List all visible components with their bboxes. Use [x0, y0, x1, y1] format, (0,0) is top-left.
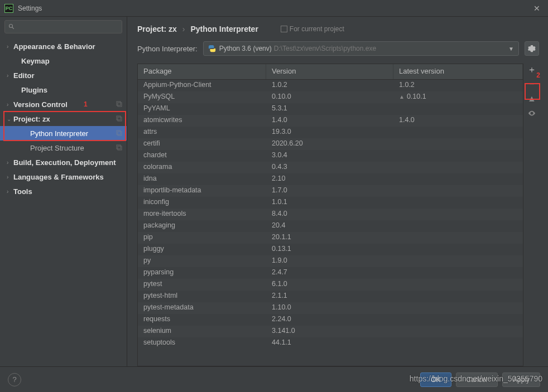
table-row[interactable]: setuptools44.1.1: [138, 337, 523, 349]
sidebar-item-keymap[interactable]: Keymap: [0, 54, 127, 68]
table-row[interactable]: py1.9.0: [138, 255, 523, 267]
package-name: pluggy: [138, 244, 266, 255]
package-latest: [393, 255, 523, 267]
package-latest: 1.4.0: [393, 115, 523, 127]
package-latest: [393, 267, 523, 279]
settings-tree: ›Appearance & BehaviorKeymap›EditorPlugi…: [0, 37, 127, 366]
package-latest: 1.0.2: [393, 80, 523, 91]
col-version[interactable]: Version: [266, 64, 393, 79]
package-name: more-itertools: [138, 209, 266, 220]
package-name: colorama: [138, 162, 266, 173]
package-name: packaging: [138, 220, 266, 232]
dialog-footer: ? OK Cancel Apply: [0, 366, 548, 392]
table-row[interactable]: selenium3.141.0: [138, 326, 523, 337]
package-name: Appium-Python-Client: [138, 80, 266, 91]
remove-package-button[interactable]: −: [526, 78, 538, 90]
package-version: 2.1.1: [266, 291, 393, 302]
table-row[interactable]: atomicwrites1.4.01.4.0: [138, 115, 523, 127]
sidebar-item-appearance-behavior[interactable]: ›Appearance & Behavior: [0, 39, 127, 54]
package-name: importlib-metadata: [138, 185, 266, 197]
col-latest[interactable]: Latest version: [393, 64, 523, 79]
sidebar-item-project-zx[interactable]: ⌄Project: zx: [0, 112, 127, 126]
package-name: iniconfig: [138, 197, 266, 209]
project-scope-icon: [116, 115, 122, 123]
help-button[interactable]: ?: [8, 373, 21, 386]
table-row[interactable]: PyYAML5.3.1: [138, 103, 523, 115]
table-row[interactable]: attrs19.3.0: [138, 127, 523, 138]
package-latest: [393, 326, 523, 337]
svg-rect-6: [117, 130, 121, 134]
table-row[interactable]: certifi2020.6.20: [138, 138, 523, 150]
table-row[interactable]: requests2.24.0: [138, 314, 523, 326]
interpreter-label: Python Interpreter:: [137, 45, 198, 53]
sidebar-item-editor[interactable]: ›Editor: [0, 68, 127, 83]
search-input[interactable]: [17, 23, 118, 31]
interpreter-settings-button[interactable]: [525, 41, 539, 56]
close-icon[interactable]: ✕: [530, 4, 544, 13]
upgrade-package-button[interactable]: ▲: [526, 93, 538, 105]
table-row[interactable]: pluggy0.13.1: [138, 244, 523, 255]
table-row[interactable]: colorama0.4.3: [138, 162, 523, 173]
sidebar-item-tools[interactable]: ›Tools: [0, 184, 127, 199]
sidebar-item-project-structure[interactable]: Project Structure: [0, 141, 127, 155]
sidebar-item-python-interpreter[interactable]: Python Interpreter: [0, 126, 127, 141]
table-body[interactable]: Appium-Python-Client1.0.21.0.2PyMySQL0.1…: [138, 80, 523, 366]
package-name: py: [138, 255, 266, 267]
interpreter-name: Python 3.6 (venv): [219, 45, 272, 52]
table-row[interactable]: pytest-metadata1.10.0: [138, 302, 523, 314]
package-version: 19.3.0: [266, 127, 393, 138]
sidebar-item-build-execution-deployment[interactable]: ›Build, Execution, Deployment: [0, 155, 127, 170]
table-row[interactable]: more-itertools8.4.0: [138, 209, 523, 220]
package-version: 1.7.0: [266, 185, 393, 197]
table-row[interactable]: Appium-Python-Client1.0.21.0.2: [138, 80, 523, 91]
show-early-releases-button[interactable]: [526, 107, 538, 119]
interpreter-dropdown[interactable]: Python 3.6 (venv) D:\Test\zx\venv\Script…: [203, 41, 519, 56]
sidebar-item-label: Editor: [13, 71, 122, 80]
table-header: Package Version Latest version: [138, 64, 523, 80]
package-latest: [393, 150, 523, 162]
python-icon: [208, 45, 216, 52]
package-latest: [393, 302, 523, 314]
apply-button[interactable]: Apply: [502, 372, 540, 387]
package-name: atomicwrites: [138, 115, 266, 127]
sidebar-item-version-control[interactable]: ›Version Control: [0, 97, 127, 112]
table-row[interactable]: pytest6.1.0: [138, 279, 523, 291]
sidebar-item-languages-frameworks[interactable]: ›Languages & Frameworks: [0, 170, 127, 184]
package-name: pyparsing: [138, 267, 266, 279]
table-row[interactable]: iniconfig1.0.1: [138, 197, 523, 209]
breadcrumb: Project: zx › Python Interpreter For cur…: [137, 22, 539, 41]
package-name: pip: [138, 232, 266, 244]
svg-rect-4: [117, 116, 121, 120]
table-row[interactable]: idna2.10: [138, 173, 523, 185]
package-version: 0.4.3: [266, 162, 393, 173]
package-latest: [393, 162, 523, 173]
add-package-button[interactable]: ＋: [526, 64, 538, 76]
col-package[interactable]: Package: [138, 64, 266, 79]
table-row[interactable]: pyparsing2.4.7: [138, 267, 523, 279]
breadcrumb-project: Project: zx: [137, 25, 177, 33]
table-row[interactable]: pytest-html2.1.1: [138, 291, 523, 302]
search-input-wrap[interactable]: [4, 20, 122, 33]
table-row[interactable]: chardet3.0.4: [138, 150, 523, 162]
package-toolbar: ＋ − ▲: [526, 64, 539, 366]
package-name: idna: [138, 173, 266, 185]
breadcrumb-page: Python Interpreter: [190, 25, 258, 33]
sidebar-item-label: Project: zx: [13, 115, 116, 123]
titlebar: PC Settings ✕: [0, 0, 548, 17]
table-row[interactable]: pip20.1.1: [138, 232, 523, 244]
sidebar-item-plugins[interactable]: Plugins: [0, 83, 127, 97]
table-row[interactable]: packaging20.4: [138, 220, 523, 232]
table-row[interactable]: importlib-metadata1.7.0: [138, 185, 523, 197]
for-current-project-label: For current project: [290, 25, 344, 33]
table-row[interactable]: PyMySQL0.10.0▲0.10.1: [138, 91, 523, 103]
sidebar-item-label: Tools: [13, 187, 122, 196]
package-name: requests: [138, 314, 266, 326]
svg-rect-2: [117, 101, 121, 105]
package-table: Package Version Latest version Appium-Py…: [137, 64, 523, 366]
ok-button[interactable]: OK: [420, 372, 451, 387]
sidebar-item-label: Build, Execution, Deployment: [13, 158, 122, 167]
package-version: 3.0.4: [266, 150, 393, 162]
package-latest: [393, 127, 523, 138]
cancel-button[interactable]: Cancel: [456, 372, 498, 387]
package-latest: [393, 185, 523, 197]
